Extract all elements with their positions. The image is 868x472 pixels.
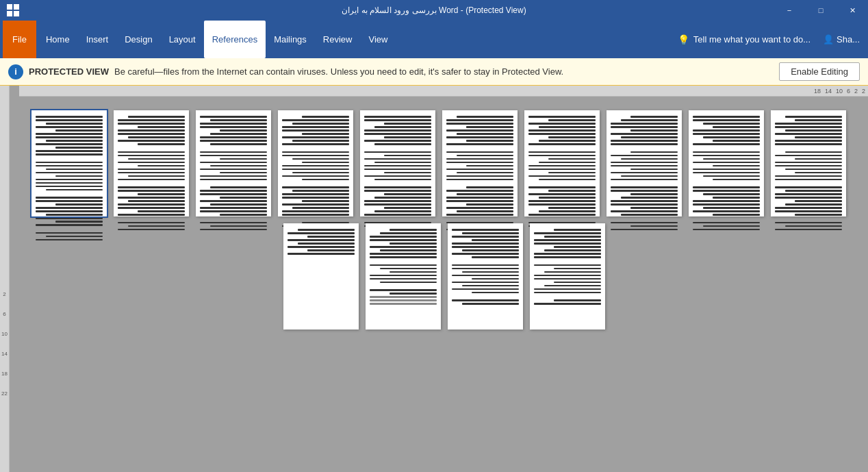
lightbulb-icon: 💡	[678, 34, 689, 45]
tab-references[interactable]: References	[204, 21, 266, 58]
ribbon: File Home Insert Design Layout Reference…	[0, 21, 868, 58]
minimize-button[interactable]: −	[774, 0, 805, 21]
ruler-num-2: 2	[3, 291, 5, 297]
tell-me-area[interactable]: 💡 Tell me what you want to do...	[678, 34, 810, 45]
page-thumbnail-13[interactable]	[448, 223, 523, 330]
protected-view-bar: i PROTECTED VIEW Be careful—files from t…	[0, 58, 868, 86]
page-thumbnail-14[interactable]	[530, 223, 605, 330]
tab-view[interactable]: View	[360, 21, 396, 58]
ruler-num-10: 10	[1, 331, 8, 337]
page-thumbnail-6[interactable]	[442, 110, 518, 216]
page-content-14	[534, 229, 601, 324]
tab-layout[interactable]: Layout	[161, 21, 204, 58]
title-bar: (Protected View) - Word بررسی ورود السلا…	[0, 0, 868, 21]
tab-mailings[interactable]: Mailings	[266, 21, 315, 58]
page-content-1	[36, 116, 103, 243]
tab-home[interactable]: Home	[38, 21, 78, 58]
page-thumbnail-7[interactable]	[524, 110, 600, 216]
page-content-4	[282, 116, 349, 232]
page-thumbnail-8[interactable]	[607, 110, 682, 216]
protected-view-message: Be careful—files from the Internet can c…	[114, 66, 563, 77]
page-thumbnail-12[interactable]	[366, 223, 441, 330]
vertical-ruler: 2 6 10 14 18 22	[0, 86, 10, 472]
user-icon: 👤	[823, 34, 834, 45]
info-icon: i	[8, 64, 23, 79]
ruler-num-18: 18	[1, 371, 8, 377]
tab-review[interactable]: Review	[315, 21, 361, 58]
horizontal-ruler: 18 14 10 6 2 2	[19, 86, 868, 97]
document-canvas	[10, 97, 868, 343]
ruler-num-22: 22	[1, 390, 8, 397]
page-content-6	[446, 116, 513, 232]
main-area: 2 6 10 14 18 22 18 14 10 6 2 2	[0, 86, 868, 472]
page-thumbnail-1[interactable]	[31, 110, 107, 216]
close-button[interactable]: ✕	[837, 0, 868, 21]
pages-row-1	[30, 110, 847, 216]
page-thumbnail-9[interactable]	[689, 110, 764, 216]
page-content-3	[200, 116, 267, 232]
page-content-2	[118, 116, 185, 232]
page-thumbnail-4[interactable]	[278, 110, 353, 216]
enable-editing-button[interactable]: Enable Editing	[779, 62, 860, 81]
tab-design[interactable]: Design	[116, 21, 160, 58]
share-area[interactable]: 👤 Sha...	[817, 34, 865, 45]
window-title: (Protected View) - Word بررسی ورود السلا…	[342, 5, 526, 15]
page-content-12	[370, 229, 437, 324]
ruler-num-14: 14	[1, 351, 8, 357]
protected-view-label: PROTECTED VIEW	[29, 66, 109, 77]
page-content-7	[528, 116, 596, 232]
page-content-13	[452, 229, 519, 324]
page-content-5	[364, 116, 431, 232]
restore-button[interactable]: □	[805, 0, 837, 21]
pages-row-2	[30, 223, 847, 330]
tab-file[interactable]: File	[3, 21, 36, 58]
page-thumbnail-11[interactable]	[283, 223, 359, 330]
windows-logo	[7, 4, 19, 16]
tab-insert[interactable]: Insert	[78, 21, 117, 58]
tell-me-text: Tell me what you want to do...	[693, 34, 810, 45]
share-label: Sha...	[837, 34, 860, 45]
page-thumbnail-3[interactable]	[196, 110, 271, 216]
window-controls[interactable]: − □ ✕	[774, 0, 868, 21]
ruler-num-6: 6	[3, 311, 5, 317]
page-content-10	[775, 116, 842, 232]
page-content-8	[611, 116, 678, 232]
page-thumbnail-5[interactable]	[360, 110, 435, 216]
page-thumbnail-2[interactable]	[114, 110, 189, 216]
page-thumbnail-10[interactable]	[771, 110, 846, 216]
page-content-9	[693, 116, 760, 232]
page-content-11	[288, 229, 355, 324]
